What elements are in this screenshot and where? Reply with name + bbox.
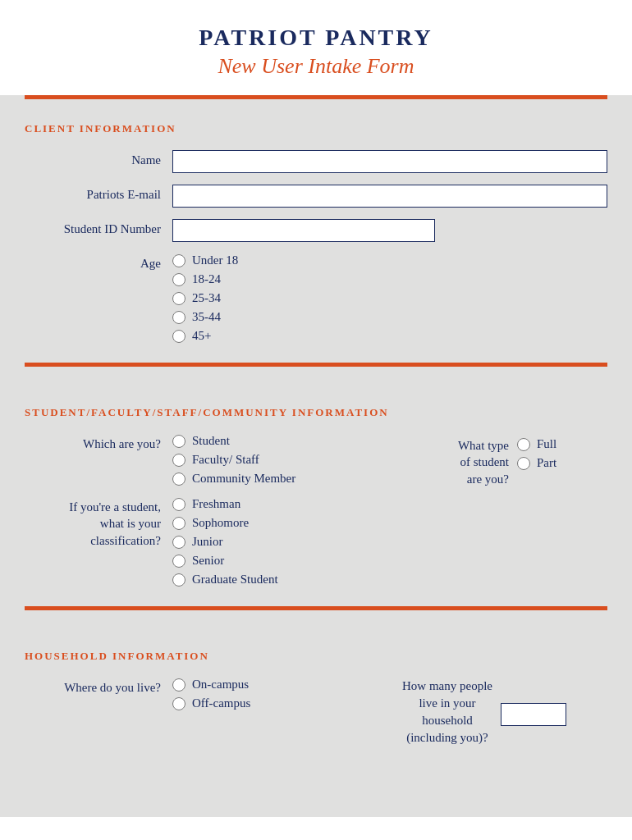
student-id-label: Student ID Number [25, 219, 172, 236]
email-label: Patriots E-mail [25, 185, 172, 202]
form-body: CLIENT INFORMATION Name Patriots E-mail … [0, 95, 632, 817]
which-label: Which are you? [25, 434, 172, 452]
class-option-graduate[interactable]: Graduate Student [172, 573, 278, 587]
client-section: CLIENT INFORMATION Name Patriots E-mail … [25, 99, 607, 363]
type-label-full: Full [537, 437, 556, 451]
which-label-faculty: Faculty/ Staff [192, 453, 259, 467]
live-option-offcampus[interactable]: Off-campus [172, 696, 250, 710]
student-id-input[interactable] [172, 219, 435, 242]
which-row: Which are you? Student Faculty/ Staff [25, 434, 427, 486]
type-option-full[interactable]: Full [517, 437, 556, 451]
class-label-senior: Senior [192, 554, 224, 568]
household-section: HOUSEHOLD INFORMATION Where do you live?… [25, 627, 607, 760]
age-label: Age [25, 253, 172, 271]
name-label: Name [25, 150, 172, 167]
which-label-student: Student [192, 434, 230, 448]
age-radio-group: Under 18 18-24 25-34 35-44 [172, 253, 607, 343]
age-label-25-34: 25-34 [192, 291, 221, 305]
live-radio-offcampus[interactable] [172, 697, 185, 710]
student-section: STUDENT/FACULTY/STAFF/COMMUNITY INFORMAT… [25, 383, 607, 606]
class-label-sophomore: Sophomore [192, 516, 249, 530]
class-radio-senior[interactable] [172, 555, 185, 568]
age-radio-25-34[interactable] [172, 292, 185, 305]
age-option-45plus[interactable]: 45+ [172, 329, 607, 343]
which-option-community[interactable]: Community Member [172, 472, 295, 486]
age-option-35-44[interactable]: 35-44 [172, 310, 607, 324]
household-left: Where do you live? On-campus Off-campus [25, 678, 394, 722]
age-row: Age Under 18 18-24 25-34 [25, 253, 607, 343]
which-option-student[interactable]: Student [172, 434, 295, 448]
which-radio-student[interactable] [172, 435, 185, 448]
household-count-label: How many people live in your household (… [402, 678, 492, 746]
classification-radio-group: Freshman Sophomore Junior [172, 497, 278, 587]
app-title: PATRIOT PANTRY [16, 25, 616, 51]
age-option-under18[interactable]: Under 18 [172, 253, 607, 267]
classification-row: If you're a student, what is your classi… [25, 497, 427, 587]
which-radio-group: Student Faculty/ Staff Community Member [172, 434, 295, 486]
student-col-left: Which are you? Student Faculty/ Staff [25, 434, 427, 598]
student-section-label: STUDENT/FACULTY/STAFF/COMMUNITY INFORMAT… [25, 406, 607, 419]
household-top-divider [25, 606, 607, 610]
age-option-18-24[interactable]: 18-24 [172, 272, 607, 286]
email-row: Patriots E-mail [25, 185, 607, 208]
name-input[interactable] [172, 150, 607, 173]
type-of-student-section: What type of student are you? Full [435, 437, 607, 487]
age-label-45plus: 45+ [192, 329, 211, 343]
live-radio-group: On-campus Off-campus [172, 678, 250, 710]
age-label-under18: Under 18 [192, 253, 238, 267]
class-option-freshman[interactable]: Freshman [172, 497, 278, 511]
class-label-junior: Junior [192, 535, 223, 549]
class-radio-junior[interactable] [172, 536, 185, 549]
student-two-col: Which are you? Student Faculty/ Staff [25, 434, 607, 598]
class-label-freshman: Freshman [192, 497, 240, 511]
name-row: Name [25, 150, 607, 173]
which-radio-faculty[interactable] [172, 454, 185, 467]
age-radio-45plus[interactable] [172, 330, 185, 343]
student-col-right: What type of student are you? Full [427, 434, 607, 598]
household-two-col: Where do you live? On-campus Off-campus [25, 678, 607, 751]
class-label-graduate: Graduate Student [192, 573, 278, 587]
email-input[interactable] [172, 185, 607, 208]
class-radio-sophomore[interactable] [172, 517, 185, 530]
classification-label: If you're a student, what is your classi… [25, 497, 172, 549]
class-option-sophomore[interactable]: Sophomore [172, 516, 278, 530]
live-label: Where do you live? [25, 678, 172, 696]
type-radio-part[interactable] [517, 457, 530, 470]
form-subtitle: New User Intake Form [16, 54, 616, 79]
age-label-18-24: 18-24 [192, 272, 221, 286]
type-radio-full[interactable] [517, 438, 530, 451]
type-label-part: Part [537, 456, 556, 470]
class-radio-graduate[interactable] [172, 573, 185, 587]
live-row: Where do you live? On-campus Off-campus [25, 678, 394, 710]
household-right: How many people live in your household (… [394, 678, 607, 751]
which-label-community: Community Member [192, 472, 295, 486]
age-radio-35-44[interactable] [172, 311, 185, 324]
age-label-35-44: 35-44 [192, 310, 221, 324]
age-radio-under18[interactable] [172, 254, 185, 267]
live-label-offcampus: Off-campus [192, 696, 250, 710]
student-top-divider [25, 363, 607, 367]
client-section-label: CLIENT INFORMATION [25, 122, 607, 135]
household-section-label: HOUSEHOLD INFORMATION [25, 650, 607, 663]
class-option-senior[interactable]: Senior [172, 554, 278, 568]
type-radio-group: Full Part [517, 437, 556, 470]
live-label-oncampus: On-campus [192, 678, 249, 692]
header: PATRIOT PANTRY New User Intake Form [0, 0, 632, 95]
age-radio-18-24[interactable] [172, 273, 185, 286]
live-option-oncampus[interactable]: On-campus [172, 678, 250, 692]
live-radio-oncampus[interactable] [172, 678, 185, 692]
age-option-25-34[interactable]: 25-34 [172, 291, 607, 305]
class-option-junior[interactable]: Junior [172, 535, 278, 549]
class-radio-freshman[interactable] [172, 498, 185, 511]
which-radio-community[interactable] [172, 472, 185, 486]
which-option-faculty[interactable]: Faculty/ Staff [172, 453, 295, 467]
household-count-input[interactable] [501, 703, 566, 726]
student-id-row: Student ID Number [25, 219, 607, 242]
type-of-student-label: What type of student are you? [435, 437, 509, 487]
type-option-part[interactable]: Part [517, 456, 556, 470]
